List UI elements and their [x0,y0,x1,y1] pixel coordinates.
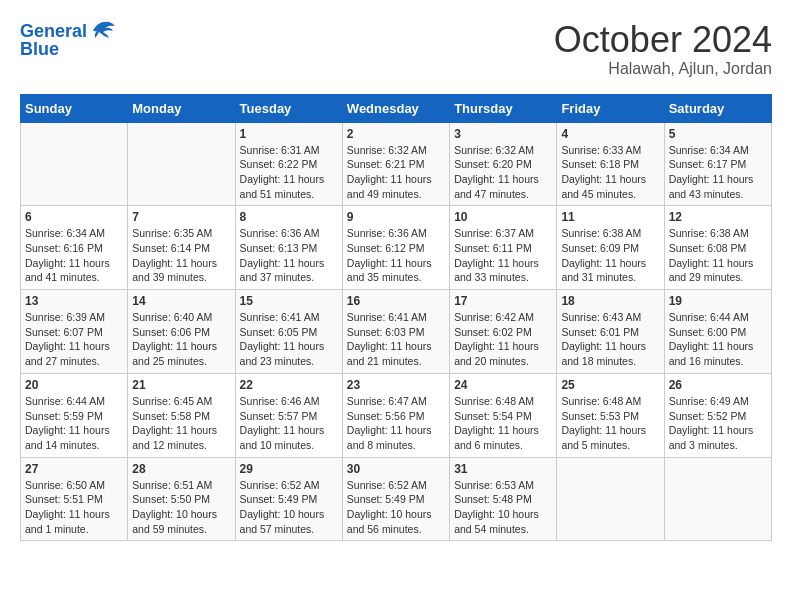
calendar-cell: 11Sunrise: 6:38 AMSunset: 6:09 PMDayligh… [557,206,664,290]
week-row-1: 1Sunrise: 6:31 AMSunset: 6:22 PMDaylight… [21,122,772,206]
calendar-cell: 15Sunrise: 6:41 AMSunset: 6:05 PMDayligh… [235,290,342,374]
calendar-cell: 10Sunrise: 6:37 AMSunset: 6:11 PMDayligh… [450,206,557,290]
day-number: 28 [132,462,230,476]
calendar-cell: 2Sunrise: 6:32 AMSunset: 6:21 PMDaylight… [342,122,449,206]
cell-info: Sunrise: 6:44 AMSunset: 5:59 PMDaylight:… [25,394,123,453]
page-container: General Blue October 2024 Halawah, Ajlun… [0,0,792,551]
day-number: 29 [240,462,338,476]
calendar-cell: 20Sunrise: 6:44 AMSunset: 5:59 PMDayligh… [21,373,128,457]
day-number: 6 [25,210,123,224]
week-row-4: 20Sunrise: 6:44 AMSunset: 5:59 PMDayligh… [21,373,772,457]
cell-info: Sunrise: 6:52 AMSunset: 5:49 PMDaylight:… [347,478,445,537]
day-number: 16 [347,294,445,308]
cell-info: Sunrise: 6:36 AMSunset: 6:12 PMDaylight:… [347,226,445,285]
cell-info: Sunrise: 6:51 AMSunset: 5:50 PMDaylight:… [132,478,230,537]
calendar-cell: 23Sunrise: 6:47 AMSunset: 5:56 PMDayligh… [342,373,449,457]
day-number: 25 [561,378,659,392]
cell-info: Sunrise: 6:32 AMSunset: 6:20 PMDaylight:… [454,143,552,202]
day-number: 23 [347,378,445,392]
col-header-thursday: Thursday [450,94,557,122]
calendar-cell [664,457,771,541]
day-number: 5 [669,127,767,141]
week-row-5: 27Sunrise: 6:50 AMSunset: 5:51 PMDayligh… [21,457,772,541]
calendar-cell: 6Sunrise: 6:34 AMSunset: 6:16 PMDaylight… [21,206,128,290]
calendar-cell: 25Sunrise: 6:48 AMSunset: 5:53 PMDayligh… [557,373,664,457]
cell-info: Sunrise: 6:47 AMSunset: 5:56 PMDaylight:… [347,394,445,453]
day-number: 17 [454,294,552,308]
calendar-cell: 27Sunrise: 6:50 AMSunset: 5:51 PMDayligh… [21,457,128,541]
cell-info: Sunrise: 6:34 AMSunset: 6:17 PMDaylight:… [669,143,767,202]
calendar-cell: 16Sunrise: 6:41 AMSunset: 6:03 PMDayligh… [342,290,449,374]
calendar-cell: 17Sunrise: 6:42 AMSunset: 6:02 PMDayligh… [450,290,557,374]
col-header-monday: Monday [128,94,235,122]
day-number: 10 [454,210,552,224]
day-number: 19 [669,294,767,308]
day-number: 8 [240,210,338,224]
page-subtitle: Halawah, Ajlun, Jordan [554,60,772,78]
calendar-cell: 21Sunrise: 6:45 AMSunset: 5:58 PMDayligh… [128,373,235,457]
cell-info: Sunrise: 6:48 AMSunset: 5:54 PMDaylight:… [454,394,552,453]
title-block: October 2024 Halawah, Ajlun, Jordan [554,20,772,78]
day-number: 13 [25,294,123,308]
day-number: 21 [132,378,230,392]
day-number: 4 [561,127,659,141]
calendar-cell: 26Sunrise: 6:49 AMSunset: 5:52 PMDayligh… [664,373,771,457]
logo-text2: Blue [20,40,59,60]
cell-info: Sunrise: 6:35 AMSunset: 6:14 PMDaylight:… [132,226,230,285]
cell-info: Sunrise: 6:37 AMSunset: 6:11 PMDaylight:… [454,226,552,285]
day-number: 18 [561,294,659,308]
day-number: 1 [240,127,338,141]
cell-info: Sunrise: 6:40 AMSunset: 6:06 PMDaylight:… [132,310,230,369]
day-number: 24 [454,378,552,392]
calendar-cell: 7Sunrise: 6:35 AMSunset: 6:14 PMDaylight… [128,206,235,290]
calendar-cell [128,122,235,206]
calendar-cell [21,122,128,206]
week-row-3: 13Sunrise: 6:39 AMSunset: 6:07 PMDayligh… [21,290,772,374]
header: General Blue October 2024 Halawah, Ajlun… [20,20,772,78]
col-header-friday: Friday [557,94,664,122]
calendar-cell: 8Sunrise: 6:36 AMSunset: 6:13 PMDaylight… [235,206,342,290]
cell-info: Sunrise: 6:39 AMSunset: 6:07 PMDaylight:… [25,310,123,369]
day-number: 7 [132,210,230,224]
cell-info: Sunrise: 6:34 AMSunset: 6:16 PMDaylight:… [25,226,123,285]
cell-info: Sunrise: 6:43 AMSunset: 6:01 PMDaylight:… [561,310,659,369]
header-row: SundayMondayTuesdayWednesdayThursdayFrid… [21,94,772,122]
cell-info: Sunrise: 6:50 AMSunset: 5:51 PMDaylight:… [25,478,123,537]
day-number: 3 [454,127,552,141]
calendar-cell: 3Sunrise: 6:32 AMSunset: 6:20 PMDaylight… [450,122,557,206]
cell-info: Sunrise: 6:33 AMSunset: 6:18 PMDaylight:… [561,143,659,202]
day-number: 15 [240,294,338,308]
calendar-cell: 18Sunrise: 6:43 AMSunset: 6:01 PMDayligh… [557,290,664,374]
col-header-tuesday: Tuesday [235,94,342,122]
calendar-cell: 24Sunrise: 6:48 AMSunset: 5:54 PMDayligh… [450,373,557,457]
calendar-cell: 22Sunrise: 6:46 AMSunset: 5:57 PMDayligh… [235,373,342,457]
day-number: 11 [561,210,659,224]
logo: General Blue [20,20,117,60]
cell-info: Sunrise: 6:53 AMSunset: 5:48 PMDaylight:… [454,478,552,537]
day-number: 30 [347,462,445,476]
calendar-cell: 12Sunrise: 6:38 AMSunset: 6:08 PMDayligh… [664,206,771,290]
day-number: 20 [25,378,123,392]
calendar-cell: 13Sunrise: 6:39 AMSunset: 6:07 PMDayligh… [21,290,128,374]
calendar-cell [557,457,664,541]
cell-info: Sunrise: 6:46 AMSunset: 5:57 PMDaylight:… [240,394,338,453]
week-row-2: 6Sunrise: 6:34 AMSunset: 6:16 PMDaylight… [21,206,772,290]
day-number: 9 [347,210,445,224]
day-number: 12 [669,210,767,224]
calendar-cell: 19Sunrise: 6:44 AMSunset: 6:00 PMDayligh… [664,290,771,374]
calendar-cell: 31Sunrise: 6:53 AMSunset: 5:48 PMDayligh… [450,457,557,541]
day-number: 31 [454,462,552,476]
cell-info: Sunrise: 6:48 AMSunset: 5:53 PMDaylight:… [561,394,659,453]
cell-info: Sunrise: 6:38 AMSunset: 6:09 PMDaylight:… [561,226,659,285]
calendar-cell: 14Sunrise: 6:40 AMSunset: 6:06 PMDayligh… [128,290,235,374]
col-header-saturday: Saturday [664,94,771,122]
cell-info: Sunrise: 6:52 AMSunset: 5:49 PMDaylight:… [240,478,338,537]
day-number: 27 [25,462,123,476]
calendar-cell: 5Sunrise: 6:34 AMSunset: 6:17 PMDaylight… [664,122,771,206]
calendar-cell: 9Sunrise: 6:36 AMSunset: 6:12 PMDaylight… [342,206,449,290]
cell-info: Sunrise: 6:49 AMSunset: 5:52 PMDaylight:… [669,394,767,453]
cell-info: Sunrise: 6:31 AMSunset: 6:22 PMDaylight:… [240,143,338,202]
calendar-cell: 1Sunrise: 6:31 AMSunset: 6:22 PMDaylight… [235,122,342,206]
day-number: 14 [132,294,230,308]
cell-info: Sunrise: 6:42 AMSunset: 6:02 PMDaylight:… [454,310,552,369]
